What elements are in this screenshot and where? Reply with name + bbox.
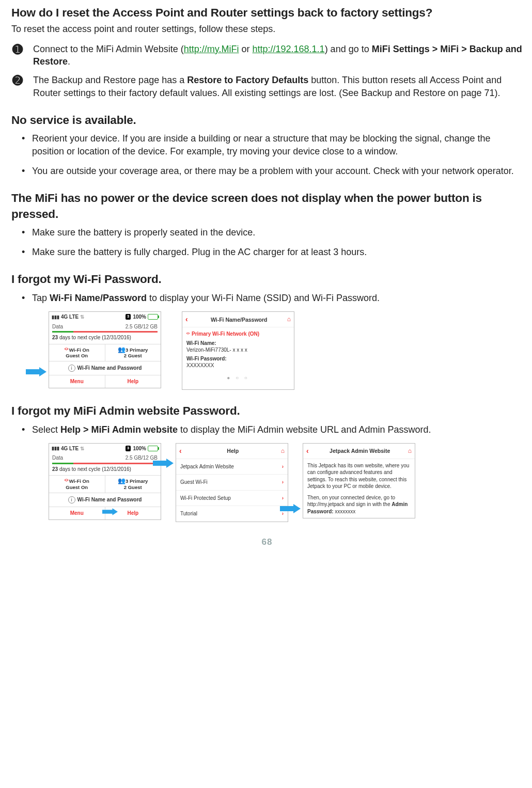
home-icon[interactable]: ⌂ <box>281 447 285 455</box>
bullet-tap-wifi: Tap Wi-Fi Name/Password to display your … <box>32 292 523 304</box>
home-icon[interactable]: ⌂ <box>408 447 412 455</box>
network-label: 4G LTE ⇅ <box>61 313 126 321</box>
users-icon: 👥 <box>118 346 126 353</box>
help-button[interactable]: Help <box>105 507 161 519</box>
arrow-icon <box>153 459 174 468</box>
page-number: 68 <box>11 537 523 548</box>
back-icon[interactable]: ‹ <box>185 314 188 324</box>
signal-icon: ▮▮▮ <box>52 445 59 451</box>
help-list-panel: ‹ Help ⌂ Jetpack Admin Website› Guest Wi… <box>176 443 288 522</box>
link-my-mifi[interactable]: http://my.MiFi <box>184 44 239 54</box>
heading-forgot-wifi: I forgot my Wi-Fi Password. <box>11 272 523 287</box>
arrow-icon <box>26 367 46 376</box>
device-home-panel-2: ▮▮▮ 4G LTE ⇅ 3 100% Data2.5 GB/12 GB 23 … <box>49 443 161 520</box>
wifi-icon: ⌔ <box>65 346 68 354</box>
svg-marker-3 <box>280 504 301 513</box>
arrow-icon <box>102 508 118 517</box>
info-icon: i <box>68 365 75 372</box>
help-row-tutorial[interactable]: Tutorial› <box>176 506 288 522</box>
step-2-text: The Backup and Restore page has a Restor… <box>33 74 523 99</box>
link-ip[interactable]: http://192.168.1.1 <box>253 44 325 54</box>
help-row-wps[interactable]: Wi-Fi Protected Setup› <box>176 491 288 507</box>
wifi-icon: ⌔ <box>186 330 190 338</box>
help-row-guest[interactable]: Guest Wi-Fi› <box>176 475 288 491</box>
back-icon[interactable]: ‹ <box>306 446 309 456</box>
bullet-select-help: Select Help > MiFi Admin website to disp… <box>32 423 523 436</box>
device-home-panel: ▮▮▮ 4G LTE ⇅ 3 100% Data2.5 GB/12 GB 23 … <box>49 311 161 388</box>
msg-badge: 3 <box>126 314 131 320</box>
help-button[interactable]: Help <box>105 375 161 388</box>
home-icon[interactable]: ⌂ <box>287 315 291 323</box>
menu-button[interactable]: Menu <box>49 375 105 388</box>
battery-icon <box>148 314 158 320</box>
svg-marker-1 <box>102 508 118 515</box>
bullet-reorient: Reorient your device. If you are inside … <box>32 132 523 157</box>
bullet-coverage: You are outside your coverage area, or t… <box>32 165 523 177</box>
signal-icon: ▮▮▮ <box>52 314 59 320</box>
heading-no-power: The MiFi has no power or the device scre… <box>11 191 523 222</box>
back-icon[interactable]: ‹ <box>179 446 182 456</box>
help-row-admin[interactable]: Jetpack Admin Website› <box>176 459 288 475</box>
bullet-battery-charged: Make sure the battery is fully charged. … <box>32 246 523 258</box>
heading-no-service: No service is available. <box>11 113 523 128</box>
intro-text: To reset the access point and router set… <box>11 23 523 35</box>
page-dots: ● ○ ○ <box>182 372 294 385</box>
bullet-battery-seated: Make sure the battery is properly seated… <box>32 226 523 239</box>
wifi-name-password-row[interactable]: iWi-Fi Name and Password <box>49 361 161 375</box>
heading-reset: How do I reset the Access Point and Rout… <box>11 5 523 21</box>
admin-website-panel: ‹ Jetpack Admin Website ⌂ This Jetpack h… <box>303 443 415 518</box>
wifi-detail-panel: ‹ Wi-Fi Name/Password ⌂ ⌔Primary Wi-Fi N… <box>182 311 294 390</box>
step-1-text: Connect to the MiFi Admin Website (http:… <box>33 43 523 68</box>
svg-marker-0 <box>26 367 46 376</box>
battery-pct: 100% <box>133 313 146 321</box>
step-badge-1: ➊ <box>11 43 33 68</box>
step-badge-2: ➋ <box>11 74 33 99</box>
heading-forgot-admin: I forgot my MiFi Admin website Password. <box>11 403 523 419</box>
svg-marker-2 <box>153 459 174 468</box>
arrow-icon <box>280 504 301 513</box>
menu-button[interactable]: Menu <box>49 507 105 519</box>
battery-icon <box>148 446 158 451</box>
